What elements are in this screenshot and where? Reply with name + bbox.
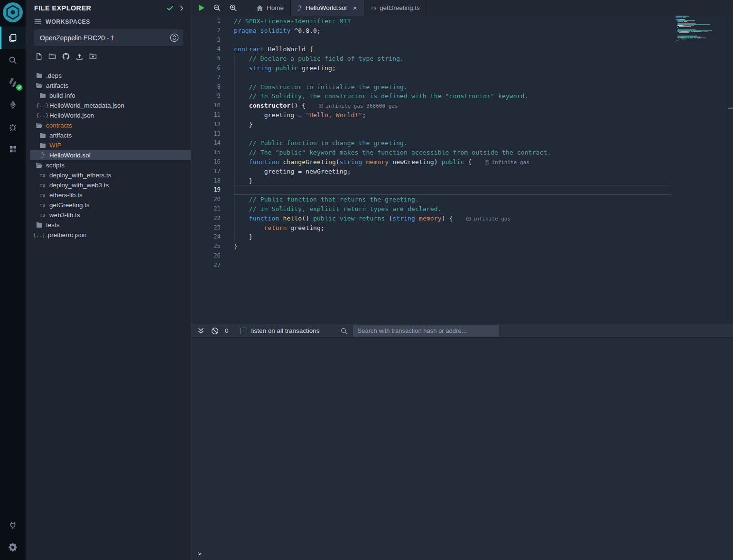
file-tree-item-artifacts[interactable]: artifacts bbox=[30, 81, 191, 91]
file-tree-item-helloworld-sol[interactable]: HelloWorld.sol bbox=[30, 150, 191, 160]
remix-logo-icon[interactable] bbox=[2, 2, 23, 23]
hamburger-menu-icon[interactable] bbox=[34, 19, 41, 25]
file-explorer-header: FILE EXPLORER bbox=[26, 0, 191, 14]
file-tree-item-wip[interactable]: WIP bbox=[30, 140, 191, 150]
search-button[interactable] bbox=[0, 49, 26, 71]
line-number: 14 bbox=[191, 138, 221, 148]
tab-helloworld-sol[interactable]: HelloWorld.sol× bbox=[291, 0, 364, 16]
file-tree-item-prettierrc-json[interactable]: {..}.prettierrc.json bbox=[30, 230, 191, 240]
code-line bbox=[234, 129, 551, 139]
file-tree-item-helloworld-metadata-json[interactable]: {..}HelloWorld_metadata.json bbox=[30, 101, 191, 110]
ts-icon: TS bbox=[371, 6, 376, 10]
new-folder-icon[interactable] bbox=[48, 53, 56, 60]
minimap-boundary bbox=[727, 16, 727, 324]
code-line: greeting = newGreeting; bbox=[234, 167, 551, 176]
line-number: 26 bbox=[191, 251, 221, 261]
file-tree-item-contracts[interactable]: contracts bbox=[30, 120, 191, 130]
sol-icon bbox=[297, 5, 302, 11]
line-number: 10 bbox=[191, 101, 221, 110]
close-tab-icon[interactable]: × bbox=[353, 4, 357, 11]
file-label: .prettierrc.json bbox=[46, 231, 87, 239]
check-icon bbox=[167, 5, 174, 11]
settings-icon bbox=[8, 542, 18, 552]
code-line bbox=[234, 185, 551, 195]
file-explorer-button[interactable] bbox=[0, 27, 26, 49]
clone-git-icon[interactable] bbox=[62, 53, 70, 60]
debugger-button[interactable] bbox=[0, 116, 26, 138]
code-line: constructor() {infinite gas 368600 gas bbox=[234, 101, 551, 110]
upload-file-icon[interactable] bbox=[76, 53, 83, 60]
deploy-and-run-button[interactable] bbox=[0, 93, 26, 116]
code-line: pragma solidity ^0.8.0; bbox=[234, 26, 551, 36]
debugger-icon bbox=[8, 122, 18, 132]
editor-content-boundary bbox=[671, 16, 671, 324]
line-number: 16 bbox=[191, 157, 221, 167]
plug-button[interactable] bbox=[0, 514, 26, 536]
line-number: 18 bbox=[191, 176, 221, 186]
file-tree-item-web3-lib-ts[interactable]: TSweb3-lib.ts bbox=[30, 210, 191, 220]
ts-icon: TS bbox=[38, 193, 46, 198]
collapse-terminal-icon[interactable] bbox=[197, 328, 204, 334]
file-tree-item-deploy-with-ethers-ts[interactable]: TSdeploy_with_ethers.ts bbox=[30, 170, 191, 180]
sol-icon bbox=[38, 152, 46, 158]
file-tree-item-ethers-lib-ts[interactable]: TSethers-lib.ts bbox=[30, 190, 191, 200]
code-line: } bbox=[234, 232, 551, 242]
file-tree-item-tests[interactable]: tests bbox=[30, 220, 191, 230]
tab-home[interactable]: Home bbox=[250, 0, 291, 16]
zoom-in-icon[interactable] bbox=[229, 4, 237, 12]
file-tree-item-deps[interactable]: .deps bbox=[30, 71, 191, 81]
plugin-manager-icon bbox=[9, 145, 18, 154]
code-line bbox=[234, 36, 551, 45]
block-transactions-icon[interactable] bbox=[211, 327, 219, 335]
terminal-toolbar: 0 listen on all transactions bbox=[191, 324, 733, 338]
code-editor[interactable]: 1234567891011121314151617181920212223242… bbox=[191, 16, 733, 324]
code-line: } bbox=[234, 176, 551, 186]
code-line: // Public function to change the greetin… bbox=[234, 138, 551, 148]
file-tree-item-helloworld-json[interactable]: {..}HelloWorld.json bbox=[30, 110, 191, 120]
listen-all-transactions-checkbox[interactable] bbox=[241, 328, 247, 334]
solidity-compiler-button[interactable] bbox=[0, 71, 26, 93]
transaction-search-input[interactable] bbox=[353, 325, 499, 337]
file-label: artifacts bbox=[49, 132, 72, 139]
file-tree-item-getgreeting-ts[interactable]: TSgetGreeting.ts bbox=[30, 200, 191, 210]
file-label: WIP bbox=[49, 142, 62, 149]
activity-bar-bottom bbox=[0, 514, 26, 558]
ts-icon: TS bbox=[38, 213, 46, 218]
search-icon bbox=[340, 327, 348, 335]
file-label: build-info bbox=[49, 92, 75, 99]
line-number: 6 bbox=[191, 64, 221, 73]
terminal[interactable]: > bbox=[191, 338, 733, 560]
code-line: function changeGreeting(string memory ne… bbox=[234, 157, 551, 167]
minimap[interactable] bbox=[676, 16, 712, 45]
editor-controls bbox=[191, 0, 250, 16]
json-icon: {..} bbox=[35, 232, 43, 238]
folder-open-icon bbox=[35, 83, 43, 89]
file-tree-item-deploy-with-web3-ts[interactable]: TSdeploy_with_web3.ts bbox=[30, 180, 191, 190]
workspace-selector[interactable]: OpenZeppelin ERC20 - 1 bbox=[34, 29, 183, 46]
plugin-manager-button[interactable] bbox=[0, 138, 26, 160]
line-number: 1 bbox=[191, 17, 221, 26]
line-number: 12 bbox=[191, 120, 221, 129]
line-number: 24 bbox=[191, 232, 221, 242]
code-line: return greeting; bbox=[234, 223, 551, 233]
activity-bar bbox=[0, 0, 26, 560]
new-file-icon[interactable] bbox=[36, 53, 42, 60]
line-number: 4 bbox=[191, 45, 221, 54]
code-line: contract HelloWorld { bbox=[234, 45, 551, 54]
folder-icon bbox=[35, 73, 43, 79]
file-tree-item-build-info[interactable]: build-info bbox=[30, 91, 191, 101]
line-number: 5 bbox=[191, 54, 221, 64]
terminal-prompt: > bbox=[198, 550, 202, 557]
file-tree-item-scripts[interactable]: scripts bbox=[30, 160, 191, 170]
folder-icon bbox=[38, 132, 46, 138]
file-tree-item-artifacts[interactable]: artifacts bbox=[30, 130, 191, 140]
zoom-out-icon[interactable] bbox=[213, 4, 221, 12]
gas-estimate-hint: infinite gas bbox=[485, 159, 529, 165]
chevron-right-icon[interactable] bbox=[180, 5, 184, 11]
file-label: tests bbox=[46, 221, 60, 229]
upload-folder-icon[interactable] bbox=[89, 53, 97, 60]
tab-getgreeting-ts[interactable]: TSgetGreeting.ts bbox=[364, 0, 427, 16]
code-line: // In Solidity, explicit return types ar… bbox=[234, 204, 551, 214]
play-run-icon[interactable] bbox=[199, 4, 205, 11]
settings-button[interactable] bbox=[0, 536, 26, 558]
